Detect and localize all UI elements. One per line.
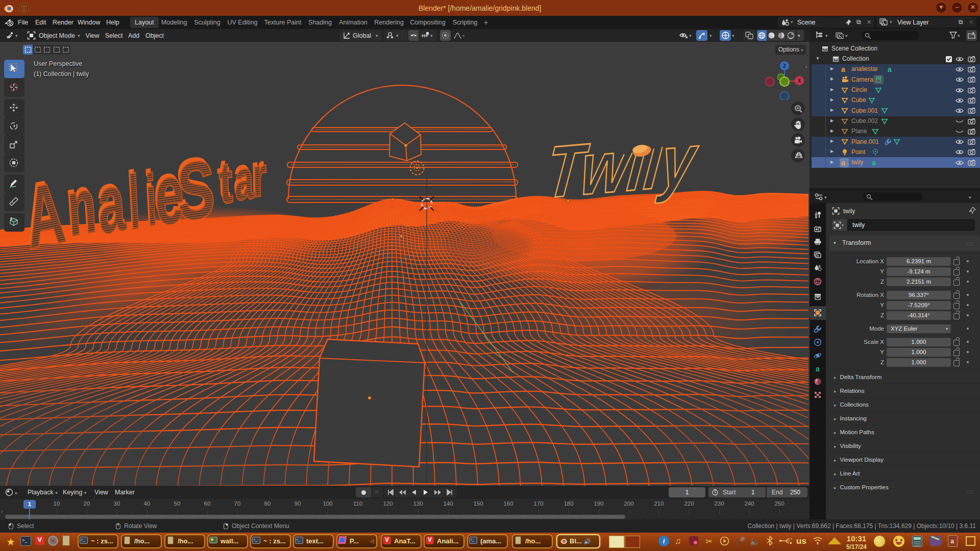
svg-text:Z: Z (783, 63, 786, 69)
svg-text:e: e (154, 145, 186, 243)
svg-text:r: r (252, 145, 267, 208)
svg-text:a: a (234, 147, 254, 212)
svg-text:X: X (798, 78, 801, 84)
svg-text:t: t (218, 149, 234, 216)
svg-text:a: a (816, 365, 820, 373)
